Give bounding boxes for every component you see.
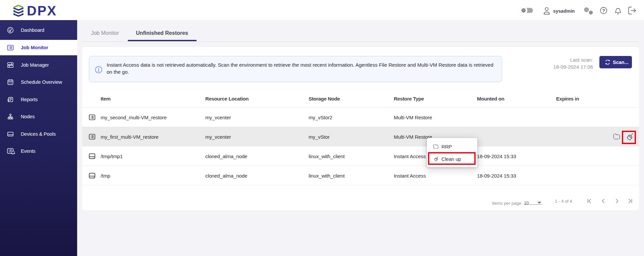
svg-text:?: ? (602, 8, 605, 13)
svg-text:DPX: DPX (27, 3, 57, 18)
